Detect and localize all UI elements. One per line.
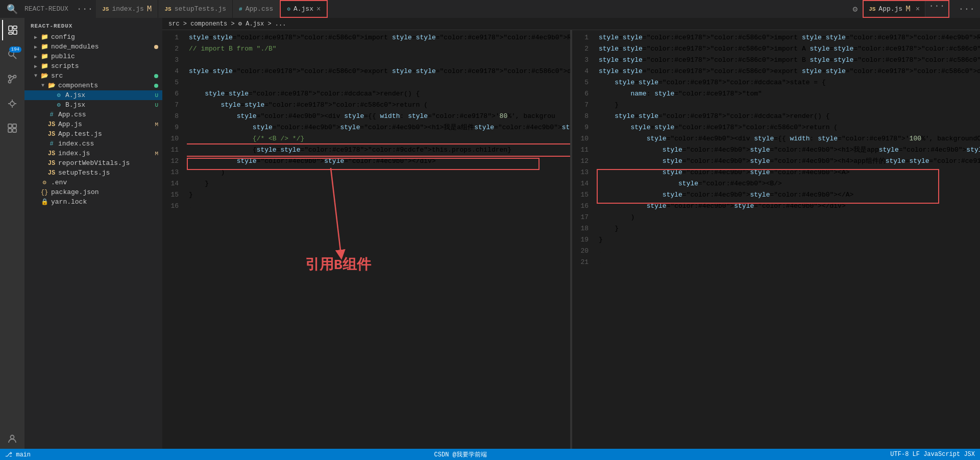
end-dots[interactable]: ···	[953, 4, 980, 14]
tree-item-B-jsx[interactable]: ⚙ B.jsx U	[24, 100, 162, 110]
left-code-line-6[interactable]: style=style="color:#ce9178">"color:#dcdc…	[187, 88, 570, 100]
search-icon[interactable]: 🔍	[7, 4, 18, 15]
left-code-line-5[interactable]: .	[187, 77, 570, 88]
folder-arrow-public: ▶	[32, 54, 40, 60]
tab-setupTests-js[interactable]: JSsetupTests.js	[158, 0, 233, 18]
tree-item-public[interactable]: ▶ 📁 public	[24, 52, 162, 61]
left-code-line-1[interactable]: style=style="color:#ce9178">"color:#c586…	[187, 32, 570, 43]
right-code-line-10[interactable]: style="color:#4ec9b0"><div style={{ widt…	[597, 133, 980, 144]
left-code-line-4[interactable]: style=style="color:#ce9178">"color:#c586…	[187, 66, 570, 77]
activity-explorer[interactable]	[2, 20, 22, 40]
right-line-num-21: 21	[572, 257, 591, 268]
left-code-line-10[interactable]: {/* <B /> */}	[187, 133, 570, 144]
right-code-line-20[interactable]: .	[597, 246, 980, 257]
right-code-line-5[interactable]: style=style="color:#ce9178">"color:#dcdc…	[597, 77, 980, 88]
left-line-num-14: 14	[162, 178, 181, 189]
right-code-line-9[interactable]: style=style="color:#ce9178">"color:#c586…	[597, 122, 980, 133]
file-name-App-css: App.css	[58, 111, 162, 118]
tree-item-config[interactable]: ▶ 📁 config	[24, 32, 162, 42]
right-line-num-18: 18	[572, 223, 591, 234]
right-more-btn[interactable]: ···	[925, 1, 948, 17]
activity-debug[interactable]	[2, 93, 22, 114]
left-code-line-9[interactable]: style="color:#4ec9b0">style="color:#4ec9…	[187, 122, 570, 133]
right-code-line-4[interactable]: style=style="color:#ce9178">"color:#c586…	[597, 66, 980, 77]
right-code-line-3[interactable]: style=style="color:#ce9178">"color:#c586…	[597, 55, 980, 66]
folder-icon-scripts: 📁	[40, 62, 49, 70]
explorer-more[interactable]: ···	[74, 4, 96, 14]
svg-point-14	[11, 435, 14, 439]
left-code-line-7[interactable]: style=style="color:#ce9178">"color:#c586…	[187, 100, 570, 111]
right-tab-app-js-right[interactable]: JSApp.jsM×	[864, 1, 925, 17]
right-line-num-9: 9	[572, 122, 591, 133]
file-name-scripts: scripts	[51, 62, 162, 70]
tree-item-A-jsx[interactable]: ⚙ A.jsx U	[24, 90, 162, 100]
right-code-line-8[interactable]: style=style="color:#ce9178">"color:#dcdc…	[597, 111, 980, 122]
tree-item-index-js2[interactable]: JS index.js M	[24, 149, 162, 158]
left-code-line-12[interactable]: style="color:#4ec9b0">style="color:#4ec9…	[187, 156, 570, 167]
remote-icon[interactable]: ⚙	[850, 4, 861, 14]
tree-badge-index-js2: M	[155, 151, 158, 157]
svg-point-8	[9, 81, 11, 83]
tree-item-components[interactable]: ▼ 📂 components	[24, 81, 162, 90]
right-line-num-4: 4	[572, 66, 591, 77]
activity-git[interactable]	[2, 69, 22, 89]
tree-item-node_modules[interactable]: ▶ 📁 node_modules	[24, 42, 162, 52]
file-name-public: public	[51, 53, 162, 60]
tree-item-env[interactable]: ⚙ .env	[24, 178, 162, 187]
file-name-reportWebVitals-js: reportWebVitals.js	[58, 159, 162, 167]
activity-extensions[interactable]	[2, 118, 22, 138]
tab-close-a-jsx[interactable]: ×	[316, 5, 321, 13]
right-code-line-1[interactable]: style=style="color:#ce9178">"color:#c586…	[597, 32, 980, 43]
right-code-line-19[interactable]: }	[597, 234, 980, 246]
tree-item-scripts[interactable]: ▶ 📁 scripts	[24, 61, 162, 71]
tab-app-css[interactable]: #App.css	[233, 0, 280, 18]
tree-item-reportWebVitals-js[interactable]: JS reportWebVitals.js	[24, 158, 162, 168]
left-code-line-14[interactable]: }	[187, 178, 570, 189]
tree-item-App-js[interactable]: JS App.js M	[24, 119, 162, 129]
right-code-line-16[interactable]: style="color:#4ec9b0">style="color:#4ec9…	[597, 201, 980, 212]
activity-search[interactable]: 194	[2, 44, 22, 65]
rtab-close-app-js-right[interactable]: ×	[916, 5, 920, 13]
right-code-line-2[interactable]: style=style="color:#ce9178">"color:#c586…	[597, 43, 980, 55]
tab-index-js[interactable]: JSindex.jsM	[96, 0, 158, 18]
right-line-num-1: 1	[572, 32, 591, 43]
right-code-line-13[interactable]: style="color:#4ec9b0">style="color:#4ec9…	[597, 167, 980, 178]
tree-item-src[interactable]: ▼ 📂 src	[24, 71, 162, 81]
tab-badge-index-js: M	[147, 5, 152, 14]
right-code-line-7[interactable]: }	[597, 100, 980, 111]
left-code-line-15[interactable]: }	[187, 189, 570, 201]
file-name-node_modules: node_modules	[51, 43, 154, 51]
right-code-line-14[interactable]: style="color:#4ec9b0"><B/>	[597, 178, 980, 189]
tree-item-App-css[interactable]: # App.css	[24, 110, 162, 119]
left-code-line-11[interactable]: {style=style="color:#ce9178">"color:#9cd…	[187, 144, 570, 156]
tab-a-jsx[interactable]: ⚙A.jsx×	[280, 0, 328, 18]
right-code-line-6[interactable]: name: style="color:#ce9178">"tom"	[597, 88, 980, 100]
right-code-line-11[interactable]: style="color:#4ec9b0">style="color:#4ec9…	[597, 144, 980, 156]
right-code-line-21[interactable]: .	[597, 257, 980, 268]
right-code-line-17[interactable]: )	[597, 212, 980, 223]
right-code-line-18[interactable]: }	[597, 223, 980, 234]
left-code-line-2[interactable]: // import B from "./B"	[187, 43, 570, 55]
right-code-line-12[interactable]: style="color:#4ec9b0">style="color:#4ec9…	[597, 156, 980, 167]
left-code-line-3[interactable]: .	[187, 55, 570, 66]
left-code-lines[interactable]: style=style="color:#ce9178">"color:#c586…	[187, 30, 570, 449]
left-code-line-8[interactable]: style="color:#4ec9b0"><div style={{ widt…	[187, 111, 570, 122]
right-code-lines[interactable]: style=style="color:#ce9178">"color:#c586…	[597, 30, 980, 449]
activity-account[interactable]	[2, 428, 22, 449]
file-name-index-js2: index.js	[58, 150, 155, 157]
tree-item-App-test-js[interactable]: JS App.test.js	[24, 129, 162, 139]
file-name-B-jsx: B.jsx	[65, 101, 155, 109]
tree-item-package-json[interactable]: {} package.json	[24, 187, 162, 197]
right-code-line-15[interactable]: style="color:#4ec9b0">style="color:#4ec9…	[597, 189, 980, 201]
tree-item-yarn-lock[interactable]: 🔒 yarn.lock	[24, 197, 162, 207]
file-name-App-test-js: App.test.js	[58, 130, 162, 138]
tree-dot-components	[154, 84, 158, 88]
left-line-num-1: 1	[162, 32, 181, 43]
left-code-line-16[interactable]: .	[187, 201, 570, 212]
tree-item-setupTests-js2[interactable]: JS setupTests.js	[24, 168, 162, 178]
right-panel-area: ⚙ JSApp.jsM×···	[850, 0, 953, 18]
right-code-content: 123456789101112131415161718192021 style=…	[572, 30, 980, 449]
right-line-num-2: 2	[572, 43, 591, 55]
tree-item-index-css[interactable]: # index.css	[24, 139, 162, 149]
left-code-line-13[interactable]: )	[187, 167, 570, 178]
